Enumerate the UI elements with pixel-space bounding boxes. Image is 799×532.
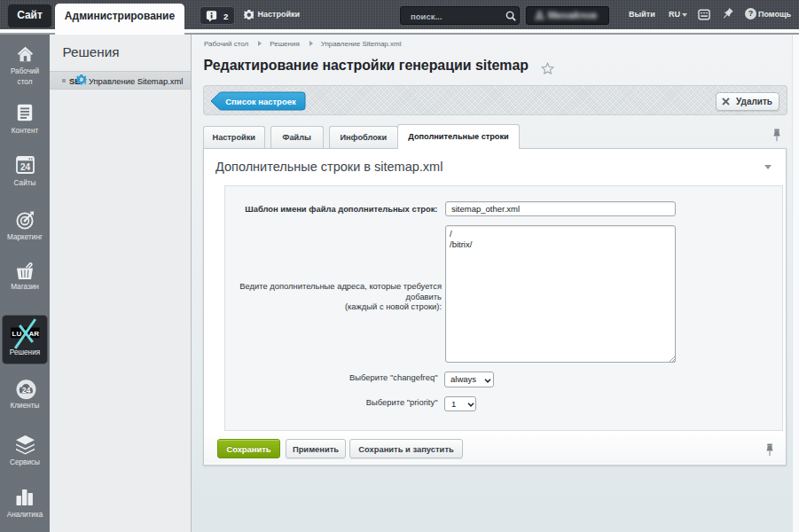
svg-text:Список настроек: Список настроек bbox=[225, 97, 296, 106]
svg-text:24: 24 bbox=[21, 385, 30, 394]
svg-text:AR: AR bbox=[29, 330, 40, 338]
svg-text:LU: LU bbox=[12, 330, 22, 338]
svg-text:24: 24 bbox=[20, 162, 31, 172]
